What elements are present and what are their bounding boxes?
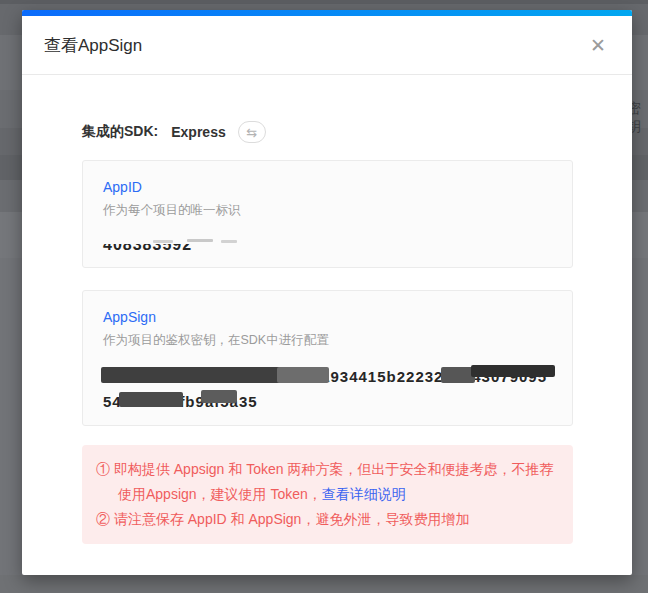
- appid-value: 408383592: [103, 234, 552, 256]
- swap-icon: ⇆: [246, 125, 257, 140]
- notice-item-1: ① 即构提供 Appsign 和 Token 两种方案，但出于安全和便捷考虑，不…: [96, 457, 559, 507]
- redaction-bar: [101, 367, 281, 383]
- redaction-bar: [201, 390, 237, 403]
- appsign-label: AppSign: [103, 309, 552, 325]
- redaction-smudge: [221, 240, 237, 243]
- appsign-description: 作为项目的鉴权密钥，在SDK中进行配置: [103, 332, 552, 349]
- notice-marker-2: ②: [96, 511, 110, 527]
- notice-text-2: 请注意保存 AppID 和 AppSign，避免外泄，导致费用增加: [110, 511, 469, 527]
- view-details-link[interactable]: 查看详细说明: [322, 486, 406, 502]
- dialog-header: 查看AppSign ✕: [22, 16, 632, 75]
- security-notice-box: ① 即构提供 Appsign 和 Token 两种方案，但出于安全和便捷考虑，不…: [82, 445, 573, 544]
- redaction-bar: [471, 365, 555, 377]
- redaction-smudge: [187, 239, 213, 242]
- integrated-sdk-row: 集成的SDK: Express ⇆: [82, 121, 573, 143]
- dialog-title: 查看AppSign: [44, 34, 142, 57]
- switch-sdk-button[interactable]: ⇆: [238, 121, 266, 143]
- appsign-card: AppSign 作为项目的鉴权密钥，在SDK中进行配置 b9712d290dd4…: [82, 290, 573, 426]
- notice-marker-1: ①: [96, 461, 110, 477]
- dialog-body: 集成的SDK: Express ⇆ AppID 作为每个项目的唯一标识 4083…: [22, 75, 632, 544]
- redaction-smudge: [153, 240, 173, 243]
- notice-item-2: ② 请注意保存 AppID 和 AppSign，避免外泄，导致费用增加: [96, 507, 559, 532]
- sdk-name: Express: [171, 124, 225, 140]
- background-band: [0, 575, 648, 593]
- redaction-bar: [441, 367, 475, 383]
- appid-description: 作为每个项目的唯一标识: [103, 202, 552, 219]
- view-appsign-dialog: 查看AppSign ✕ 集成的SDK: Express ⇆ AppID 作为每个…: [22, 10, 632, 575]
- appsign-value: b9712d290dd4894802291091934415b22232c5d4…: [103, 364, 552, 414]
- appid-card: AppID 作为每个项目的唯一标识 408383592: [82, 160, 573, 268]
- redaction-bar: [119, 392, 183, 407]
- sdk-row-label: 集成的SDK:: [82, 123, 158, 141]
- redaction-bar: [277, 367, 329, 383]
- appid-label: AppID: [103, 179, 552, 195]
- close-icon[interactable]: ✕: [586, 34, 610, 58]
- redaction-whiteout: [99, 231, 264, 244]
